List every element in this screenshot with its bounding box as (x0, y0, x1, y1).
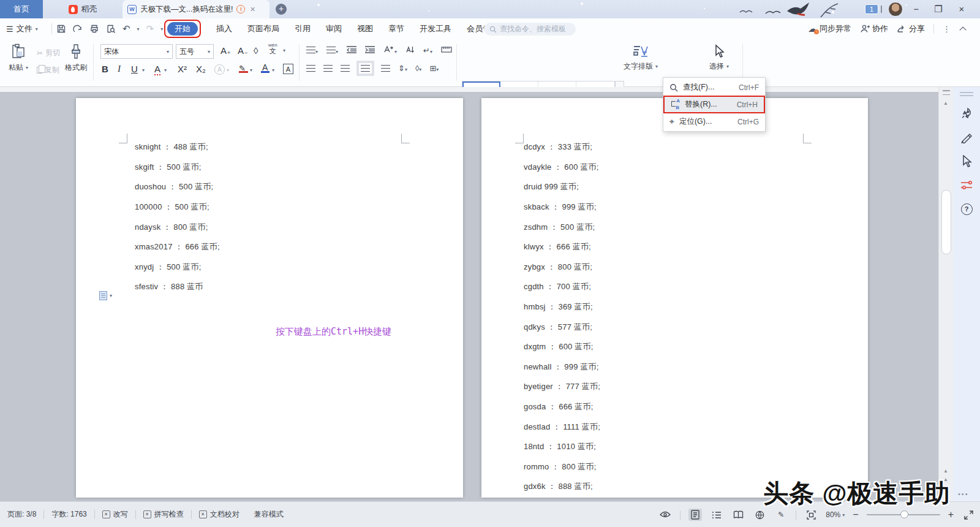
close-tab-icon[interactable]: × (250, 4, 255, 14)
bold-button[interactable]: B (102, 64, 108, 74)
overwrite-toggle[interactable]: ×改写 (95, 509, 135, 520)
user-avatar[interactable] (888, 2, 903, 17)
paragraph-tool-button[interactable]: ▾ (99, 291, 112, 300)
page-view-icon[interactable] (688, 509, 702, 521)
font-color-dropdown-icon[interactable]: ▾ (272, 67, 274, 73)
collaborate-button[interactable]: 协作 (860, 23, 888, 34)
more-dots-icon[interactable]: ••• (958, 490, 969, 498)
font-size-select[interactable]: 五号▾ (176, 44, 214, 59)
ribbon-tab-insert[interactable]: 插入 (216, 23, 232, 34)
line-spacing-button[interactable]: ⇕▾ (398, 64, 407, 73)
share-button[interactable]: 分享 (897, 23, 925, 34)
bullet-list-button[interactable]: ▾ (306, 46, 318, 55)
italic-button[interactable]: I (118, 64, 121, 74)
zoom-slider[interactable] (867, 514, 940, 515)
font-family-select[interactable]: 宋体▾ (100, 44, 173, 59)
notification-badge[interactable]: 1 (865, 4, 878, 14)
distribute-icon[interactable] (381, 65, 390, 72)
sync-status[interactable]: ☁! 同步异常 (808, 23, 851, 34)
superscript-button[interactable]: X² (178, 64, 187, 74)
ribbon-tab-home[interactable]: 开始 (167, 22, 198, 36)
char-style-dropdown-icon[interactable]: ▾ (164, 67, 167, 73)
collapse-ribbon-icon[interactable] (959, 26, 966, 33)
ribbon-tab-page-layout[interactable]: 页面布局 (247, 23, 279, 34)
eye-protect-icon[interactable] (658, 509, 672, 521)
ribbon-tab-view[interactable]: 视图 (357, 23, 373, 34)
adjust-sliders-icon[interactable] (960, 178, 973, 192)
command-search-input[interactable]: 查找命令、搜索模板 (484, 23, 576, 36)
ribbon-tab-section[interactable]: 章节 (388, 23, 404, 34)
show-marks-button[interactable]: ↵▾ (423, 46, 432, 55)
web-view-icon[interactable] (753, 509, 766, 521)
export-icon[interactable] (73, 24, 83, 34)
menu-item-goto[interactable]: ⌖ 定位(G)... Ctrl+G (663, 113, 765, 130)
ribbon-tab-review[interactable]: 审阅 (326, 23, 342, 34)
file-menu[interactable]: ☰ 文件 ▾ (6, 18, 38, 39)
zoom-slider-thumb[interactable] (900, 510, 908, 518)
highlight-dropdown-icon[interactable]: ▾ (250, 67, 252, 73)
document-canvas[interactable]: sknight ： 488 蓝币; skgift ： 500 蓝币; duosh… (0, 87, 938, 501)
tab-docer[interactable]: 稻壳 (43, 0, 123, 18)
align-center-icon[interactable] (323, 65, 333, 72)
fit-page-icon[interactable] (804, 509, 818, 521)
decrease-indent-icon[interactable] (347, 46, 356, 55)
read-mode-icon[interactable] (731, 509, 745, 521)
document-page-3[interactable]: sknight ： 488 蓝币; skgift ： 500 蓝币; duosh… (76, 98, 463, 498)
increase-font-button[interactable]: A+ (221, 45, 230, 56)
shading-button[interactable]: ◊▾ (415, 64, 421, 73)
new-tab-button[interactable]: + (276, 4, 287, 15)
vertical-scrollbar[interactable]: ▲ ▲ ▲ (938, 87, 953, 501)
tab-page-setup-icon[interactable] (441, 46, 452, 55)
char-style-button[interactable]: A (154, 64, 160, 75)
char-scale-button[interactable]: ▾ (383, 45, 397, 55)
underline-button[interactable]: U (131, 64, 138, 74)
outline-view-icon[interactable] (710, 509, 723, 521)
align-right-icon[interactable] (341, 65, 350, 72)
select-cursor-icon[interactable] (960, 154, 973, 168)
ribbon-tab-references[interactable]: 引用 (295, 23, 311, 34)
scroll-up-icon[interactable]: ▲ (943, 100, 948, 106)
sort-icon[interactable] (405, 45, 415, 55)
tab-document[interactable]: W 天极下载—文...换码在这里! ! × (123, 0, 270, 18)
justify-icon[interactable] (361, 65, 370, 72)
print-icon[interactable] (89, 24, 99, 34)
previous-page-icon[interactable]: ▲ (943, 468, 948, 474)
numbered-list-button[interactable]: ▾ (326, 46, 338, 55)
annotate-pen-icon[interactable] (960, 131, 973, 144)
subscript-button[interactable]: X₂ (196, 64, 206, 74)
scrollbar-thumb[interactable] (941, 190, 951, 254)
align-left-icon[interactable] (306, 65, 315, 72)
decrease-font-button[interactable]: A− (238, 45, 247, 56)
select-button[interactable]: 选择▾ (709, 44, 729, 72)
proofread-toggle[interactable]: ×文档校对 (192, 509, 247, 520)
pinyin-dropdown-icon[interactable]: ▾ (283, 48, 285, 53)
word-count[interactable]: 字数: 1763 (44, 509, 94, 520)
restore-button[interactable]: ❐ (930, 2, 947, 16)
menu-item-replace[interactable]: 替换(R)... Ctrl+H (663, 96, 765, 113)
save-icon[interactable] (56, 24, 66, 34)
help-icon[interactable]: ? (960, 202, 973, 216)
fullscreen-icon[interactable] (962, 509, 975, 521)
increase-indent-icon[interactable] (365, 46, 375, 55)
zoom-out-button[interactable]: − (853, 509, 858, 520)
more-options-icon[interactable]: ⋮ (943, 25, 951, 34)
quickbar-customize-icon[interactable]: ▾ (160, 26, 163, 32)
quick-tools-rocket-icon[interactable] (960, 107, 973, 120)
tab-home[interactable]: 首页 (0, 0, 43, 18)
undo-dropdown-icon[interactable]: ▾ (137, 26, 140, 32)
zoom-level-button[interactable]: 80%▾ (826, 510, 845, 519)
spellcheck-toggle[interactable]: ×拼写检查 (136, 509, 191, 520)
character-border-button[interactable]: A (283, 64, 293, 74)
clear-format-icon[interactable]: ◊ (254, 45, 258, 56)
ink-pen-icon[interactable]: ✎ (774, 509, 788, 521)
font-color-button[interactable]: A (261, 63, 270, 73)
text-layout-button[interactable]: 文字排版▾ (624, 44, 658, 72)
close-window-button[interactable]: × (953, 2, 970, 16)
panel-drag-handle[interactable] (960, 92, 973, 96)
zoom-in-button[interactable]: + (948, 509, 954, 520)
minimize-button[interactable]: − (908, 2, 925, 16)
underline-dropdown-icon[interactable]: ▾ (142, 67, 145, 73)
print-preview-icon[interactable] (106, 24, 116, 34)
undo-icon[interactable]: ↶ (123, 23, 130, 34)
pinyin-guide-button[interactable]: wén 文 (268, 43, 277, 55)
